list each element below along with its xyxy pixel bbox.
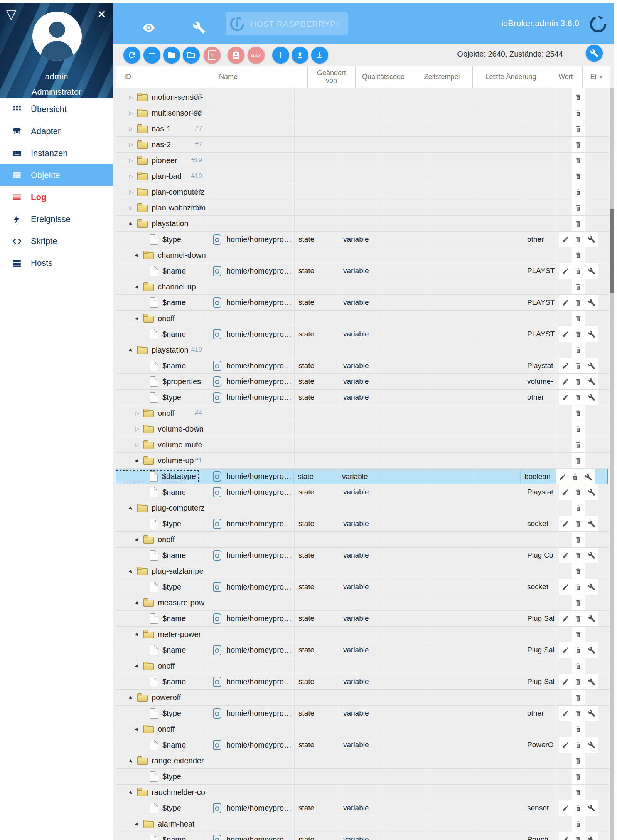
collapse-arrow-icon[interactable]: ▶: [128, 568, 134, 575]
delete-object-button[interactable]: [572, 311, 585, 326]
tree-row-folder[interactable]: ▶playstation: [116, 216, 610, 232]
sidebar-item-objekte[interactable]: Objekte: [0, 164, 113, 186]
edit-object-button[interactable]: [585, 706, 598, 721]
delete-object-button[interactable]: [572, 674, 585, 689]
edit-object-button[interactable]: [585, 832, 598, 840]
tree-row-folder[interactable]: ▶channel-down: [116, 247, 610, 263]
edit-object-button[interactable]: [585, 611, 598, 626]
collapse-arrow-icon[interactable]: ▶: [134, 315, 140, 322]
delete-object-button[interactable]: [572, 358, 585, 373]
tree-row-folder[interactable]: ▶meter-power: [116, 627, 610, 642]
delete-object-button[interactable]: [572, 532, 585, 547]
edit-object-button[interactable]: [585, 548, 598, 563]
tree-row-state[interactable]: $namehomie/homeypro…statevariablePLAYST: [116, 326, 610, 342]
edit-object-button[interactable]: [585, 374, 598, 389]
expand-arrow-icon[interactable]: ▷: [128, 204, 134, 211]
tree-row-folder[interactable]: ▷plan-wohnzimm#19: [116, 200, 610, 216]
scrollbar-thumb[interactable]: [610, 209, 614, 293]
edit-value-button[interactable]: [559, 706, 572, 721]
column-header-name[interactable]: Name: [213, 66, 308, 88]
eye-icon[interactable]: [142, 21, 156, 35]
expand-all-button[interactable]: [183, 47, 200, 64]
delete-object-button[interactable]: [572, 706, 585, 721]
edit-value-button[interactable]: [559, 579, 572, 595]
delete-object-button[interactable]: [572, 785, 585, 800]
edit-value-button[interactable]: [559, 263, 572, 279]
tree-row-folder[interactable]: ▷nas-2#7: [116, 137, 610, 153]
column-header-id[interactable]: ID: [116, 66, 213, 88]
delete-object-button[interactable]: [572, 374, 585, 389]
sidebar-item-uebersicht[interactable]: Übersicht: [0, 98, 113, 120]
delete-object-button[interactable]: [572, 390, 585, 405]
sidebar-item-ereignisse[interactable]: Ereignisse: [0, 208, 113, 230]
delete-object-button[interactable]: [572, 153, 585, 168]
collapse-arrow-icon[interactable]: ▶: [134, 726, 140, 732]
expand-arrow-icon[interactable]: ▷: [128, 125, 134, 132]
edit-value-button[interactable]: [559, 516, 572, 531]
collapse-arrow-icon[interactable]: ▶: [134, 536, 140, 543]
tree-row-folder[interactable]: ▶range-extender: [116, 753, 610, 769]
tree-row-folder[interactable]: ▶plug-computerz: [116, 500, 610, 516]
tree-row-state[interactable]: $namehomie/homeypro…statevariablePlug Sa…: [116, 674, 610, 690]
upload-button[interactable]: [292, 47, 308, 64]
delete-object-button[interactable]: [572, 137, 585, 152]
expand-arrow-icon[interactable]: ▷: [128, 109, 134, 116]
tree-row-state[interactable]: $type: [116, 769, 610, 785]
tree-row-folder[interactable]: ▶onoff: [116, 311, 610, 326]
edit-object-button[interactable]: [585, 642, 598, 658]
tree-row-folder[interactable]: ▷volume-down#4: [116, 421, 610, 437]
tree-row-folder[interactable]: ▶channel-up: [116, 279, 610, 295]
edit-value-button[interactable]: [559, 390, 572, 405]
delete-object-button[interactable]: [572, 690, 585, 705]
expand-arrow-icon[interactable]: ▷: [128, 157, 134, 164]
delete-object-button[interactable]: [572, 611, 585, 626]
delete-object-button[interactable]: [572, 548, 585, 563]
delete-object-button[interactable]: [572, 168, 585, 184]
delete-object-button[interactable]: [572, 88, 585, 89]
tree-row-folder[interactable]: ▶onoff: [116, 721, 610, 737]
edit-object-button[interactable]: [585, 737, 598, 753]
edit-object-button[interactable]: [585, 674, 598, 689]
tree-row-folder[interactable]: ▶plug-salzlampe: [116, 563, 610, 579]
expand-arrow-icon[interactable]: ▷: [134, 441, 140, 448]
tree-row-state[interactable]: $datatypehomie/homeypro…statevariableboo…: [116, 469, 608, 484]
delete-object-button[interactable]: [572, 105, 585, 121]
delete-object-button[interactable]: [572, 832, 585, 840]
download-button[interactable]: [311, 47, 328, 64]
collapse-arrow-icon[interactable]: ▶: [134, 599, 140, 606]
tree-row-folder[interactable]: ▷pioneer#19: [116, 153, 610, 168]
collapse-arrow-icon[interactable]: ▶: [128, 789, 134, 796]
tree-row-folder[interactable]: ▷nas-1#7: [116, 121, 610, 137]
sidebar-item-skripte[interactable]: Skripte: [0, 230, 113, 252]
tree-row-folder[interactable]: ▶onoff: [116, 658, 610, 674]
expand-level-button[interactable]: 1: [204, 47, 221, 64]
sidebar-item-hosts[interactable]: Hosts: [0, 252, 113, 274]
sidebar-item-instanzen[interactable]: Instanzen: [0, 142, 113, 164]
tree-row-state[interactable]: $propertieshomie/homeypro…statevariablev…: [116, 374, 610, 390]
edit-object-button[interactable]: [585, 800, 598, 816]
delete-object-button[interactable]: [572, 263, 585, 279]
tree-row-folder[interactable]: ▷plan-computerz#19: [116, 184, 610, 200]
edit-value-button[interactable]: [559, 358, 572, 373]
edit-object-button[interactable]: [582, 469, 595, 484]
delete-object-button[interactable]: [572, 484, 585, 500]
wrench-icon[interactable]: [192, 21, 206, 35]
delete-object-button[interactable]: [572, 437, 585, 452]
edit-value-button[interactable]: [559, 374, 572, 389]
delete-object-button[interactable]: [572, 516, 585, 531]
collapse-arrow-icon[interactable]: ▶: [128, 694, 134, 701]
delete-object-button[interactable]: [572, 279, 585, 294]
refresh-button[interactable]: [123, 47, 140, 64]
column-header-ge-ndert-von[interactable]: Geändert von: [308, 66, 356, 88]
edit-object-button[interactable]: [585, 390, 598, 405]
edit-object-button[interactable]: [585, 326, 598, 342]
collapse-all-button[interactable]: [163, 47, 180, 64]
edit-object-button[interactable]: [585, 358, 598, 373]
edit-value-button[interactable]: [559, 611, 572, 626]
edit-value-button[interactable]: [559, 737, 572, 753]
column-header-zeitstempel[interactable]: Zeitstempel: [411, 66, 473, 88]
tree-row-state[interactable]: $namehomie/homeypro…statevariablePLAYST: [116, 263, 610, 279]
sidebar-item-log[interactable]: Log: [0, 186, 113, 208]
column-header-qualit-tscode[interactable]: Qualitätscode: [356, 66, 411, 88]
delete-object-button[interactable]: [572, 216, 585, 231]
